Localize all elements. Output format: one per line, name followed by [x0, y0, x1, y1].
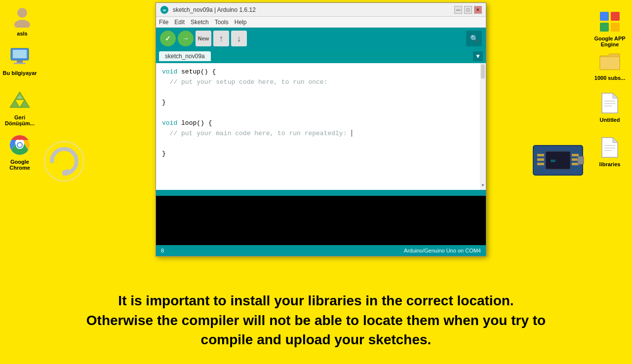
- icon-user-label: asls: [17, 31, 27, 36]
- scrollbar-thumb: [481, 64, 485, 79]
- tab-dropdown-button[interactable]: ▼: [473, 51, 483, 61]
- vertical-scrollbar[interactable]: [480, 63, 486, 190]
- code-line-5: [162, 108, 480, 118]
- svg-rect-19: [611, 23, 620, 32]
- bottom-text-line2: Otherwise the compiler will not be able …: [25, 311, 607, 330]
- desktop-icon-libraries[interactable]: libraries: [592, 136, 627, 167]
- chrome-deco-shape: [42, 139, 86, 185]
- code-line-6: void loop() {: [162, 118, 480, 129]
- svg-rect-16: [600, 12, 609, 21]
- close-button[interactable]: ✕: [474, 6, 482, 14]
- status-board-info: Arduino/Genuino Uno on COM4: [404, 248, 481, 254]
- icon-geri-label: Geri Dönüşüm...: [2, 114, 37, 126]
- chrome-icon: [8, 133, 32, 157]
- svg-marker-7: [10, 100, 20, 108]
- status-bar: 8 Arduino/Genuino Uno on COM4: [156, 245, 486, 256]
- recycle-icon: [8, 89, 32, 112]
- menu-file[interactable]: File: [159, 19, 168, 26]
- folder-1000-icon: [598, 49, 622, 73]
- bottom-text-line3: compile and upload your sketches.: [25, 330, 607, 349]
- window-title: sketch_nov09a | Arduino 1.6.12: [173, 6, 256, 13]
- svg-rect-4: [17, 60, 23, 63]
- code-line-1: void setup() {: [162, 67, 480, 77]
- icon-google-app-label: Google APP Engine: [592, 36, 627, 47]
- svg-rect-32: [572, 154, 579, 156]
- sketch-tab[interactable]: sketch_nov09a: [159, 51, 211, 61]
- desktop-icon-bilgi[interactable]: Bu bilgiyayar: [2, 44, 37, 76]
- desktop-icon-google-app[interactable]: Google APP Engine: [592, 10, 627, 47]
- icon-bilgi-label: Bu bilgiyayar: [2, 70, 37, 76]
- svg-point-13: [18, 143, 22, 147]
- desktop-icon-untitled[interactable]: Untitled: [592, 91, 627, 123]
- search-button[interactable]: 🔍: [466, 31, 482, 46]
- status-line-number: 8: [161, 248, 164, 254]
- menu-edit[interactable]: Edit: [174, 19, 185, 26]
- icon-libraries-label: libraries: [599, 161, 621, 167]
- code-line-9: }: [162, 149, 480, 159]
- icon-chrome-label: Google Chrome: [2, 159, 37, 171]
- svg-point-0: [17, 8, 27, 18]
- bottom-text-block: It is important to install your librarie…: [0, 291, 632, 349]
- arduino-window: ∞ sketch_nov09a | Arduino 1.6.12 — □ ✕ F…: [156, 2, 486, 256]
- desktop-icon-geri[interactable]: Geri Dönüşüm...: [2, 89, 37, 126]
- open-button[interactable]: ↑: [213, 31, 229, 46]
- svg-rect-31: [537, 163, 544, 165]
- svg-rect-18: [600, 23, 609, 32]
- code-editor[interactable]: void setup() { // put your setup code he…: [156, 63, 486, 190]
- code-line-4: }: [162, 98, 480, 108]
- console-area[interactable]: [156, 196, 486, 245]
- arduino-title-icon: ∞: [160, 5, 169, 14]
- code-line-7: // put your main code here, to run repea…: [162, 129, 480, 139]
- icon-1000-label: 1000 subs...: [594, 75, 625, 81]
- toolbar: ✓ → New ↑ ↓ 🔍: [156, 28, 486, 49]
- svg-rect-5: [14, 63, 26, 64]
- arduino-logo-decoration: ∞: [528, 131, 588, 192]
- svg-rect-20: [600, 57, 620, 70]
- maximize-button[interactable]: □: [464, 6, 472, 14]
- svg-marker-8: [20, 100, 30, 108]
- svg-text:∞: ∞: [162, 7, 166, 13]
- svg-rect-3: [13, 50, 27, 58]
- menu-tools[interactable]: Tools: [215, 19, 229, 26]
- svg-rect-30: [537, 158, 544, 161]
- new-button[interactable]: New: [196, 31, 211, 46]
- desktop-icon-chrome[interactable]: Google Chrome: [2, 133, 37, 171]
- code-line-8: [162, 139, 480, 149]
- desktop-icon-1000[interactable]: 1000 subs...: [592, 49, 627, 81]
- bottom-text-line1: It is important to install your librarie…: [25, 291, 607, 310]
- icon-untitled-label: Untitled: [600, 117, 620, 123]
- verify-button[interactable]: ✓: [160, 31, 176, 46]
- google-app-icon: [598, 10, 622, 34]
- svg-rect-28: [546, 151, 570, 169]
- computer-icon: [8, 44, 32, 68]
- title-bar: ∞ sketch_nov09a | Arduino 1.6.12 — □ ✕: [156, 3, 486, 17]
- untitled-doc-icon: [598, 91, 622, 115]
- menu-sketch[interactable]: Sketch: [191, 19, 209, 26]
- code-line-2: // put your setup code here, to run once…: [162, 77, 480, 88]
- svg-rect-17: [611, 12, 620, 21]
- svg-rect-29: [537, 154, 544, 156]
- text-cursor: [352, 130, 352, 137]
- minimize-button[interactable]: —: [454, 6, 462, 14]
- user-icon: [10, 5, 34, 29]
- tab-bar: sketch_nov09a ▼: [156, 49, 486, 63]
- libraries-doc-icon: [598, 136, 622, 159]
- svg-text:∞: ∞: [551, 156, 555, 164]
- menu-bar: File Edit Sketch Tools Help: [156, 17, 486, 28]
- desktop-icon-user[interactable]: asls: [5, 5, 40, 36]
- teal-divider: [156, 190, 486, 196]
- upload-button[interactable]: →: [178, 31, 194, 46]
- scrollbar-arrow-down[interactable]: ▼: [480, 180, 486, 190]
- svg-rect-36: [578, 156, 584, 164]
- toolbar-buttons-left: ✓ → New ↑ ↓: [160, 31, 247, 46]
- window-controls: — □ ✕: [454, 6, 482, 14]
- save-button[interactable]: ↓: [231, 31, 247, 46]
- menu-help[interactable]: Help: [235, 19, 247, 26]
- code-line-3: [162, 88, 480, 98]
- svg-point-1: [14, 20, 30, 28]
